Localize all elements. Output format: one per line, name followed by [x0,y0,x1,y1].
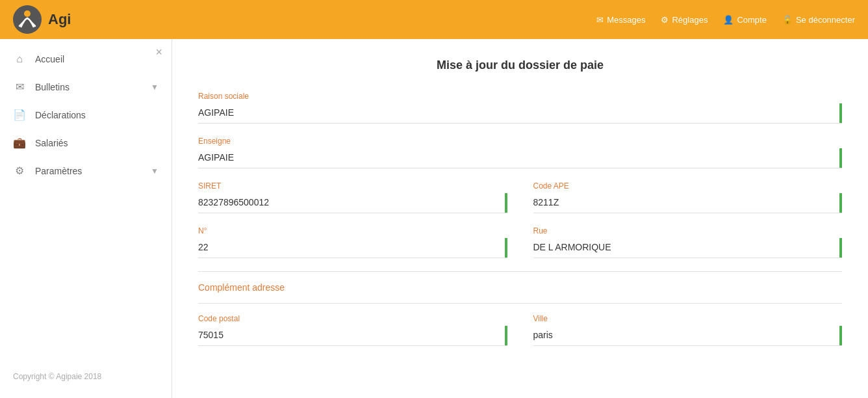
sidebar-item-declarations[interactable]: 📄 Déclarations [0,101,172,129]
ville-label: Ville [533,314,843,323]
page-title: Mise à jour du dossier de paie [198,59,842,72]
logo-icon [13,5,42,34]
header: Agipaie ✉ Messages ⚙ Réglages 👤 Compte 🔓… [0,0,868,39]
code-ape-label: Code APE [533,181,843,191]
rue-label: Rue [533,226,843,235]
divider [198,271,842,272]
messages-icon: ✉ [596,15,604,25]
numero-field: N° 22 [198,226,507,258]
divider-2 [198,303,842,304]
sidebar-close-button[interactable]: × [155,46,162,59]
nav-reglages[interactable]: ⚙ Réglages [661,15,708,25]
svg-point-1 [24,10,31,17]
raison-sociale-field: Raison sociale AGIPAIE [198,92,842,124]
declarations-icon: 📄 [13,109,26,121]
siret-label: SIRET [198,181,507,191]
salaries-icon: 💼 [13,137,26,149]
code-postal-field: Code postal 75015 [198,314,507,346]
nav-messages[interactable]: ✉ Messages [596,15,645,25]
nav-compte[interactable]: 👤 Compte [723,15,767,25]
nav-messages-label: Messages [607,15,645,25]
sidebar-item-accueil-label: Accueil [35,54,64,64]
numero-rue-row: N° 22 Rue DE L ARMORIQUE [198,226,842,258]
home-icon: ⌂ [13,53,26,65]
nav-deconnecter-label: Se déconnecter [796,15,855,25]
header-nav: ✉ Messages ⚙ Réglages 👤 Compte 🔓 Se déco… [596,15,855,25]
numero-value[interactable]: 22 [198,238,507,258]
rue-field: Rue DE L ARMORIQUE [533,226,843,258]
enseigne-label: Enseigne [198,137,842,146]
complement-adresse-label: Complément adresse [198,282,842,293]
code-postal-label: Code postal [198,314,507,323]
layout: × ⌂ Accueil ✉ Bulletins ▼ 📄 Déclarations… [0,39,868,398]
siret-field: SIRET 82327896500012 [198,181,507,213]
raison-sociale-label: Raison sociale [198,92,842,101]
chevron-down-icon: ▼ [151,83,159,92]
copyright-text: Copyright © Agipaie 2018 [13,372,101,381]
sidebar-item-accueil[interactable]: ⌂ Accueil [0,46,172,73]
code-ape-field: Code APE 8211Z [533,181,843,213]
raison-sociale-value[interactable]: AGIPAIE [198,103,842,124]
enseigne-field: Enseigne AGIPAIE [198,137,842,168]
bulletins-icon: ✉ [13,81,26,93]
siret-ape-row: SIRET 82327896500012 Code APE 8211Z [198,181,842,213]
nav-deconnecter[interactable]: 🔓 Se déconnecter [782,15,855,25]
logo: Agipaie [13,5,99,34]
siret-value[interactable]: 82327896500012 [198,193,507,213]
sidebar-item-bulletins-label: Bulletins [35,82,70,92]
sidebar-item-parametres-label: Paramètres [35,166,82,176]
compte-icon: 👤 [723,15,734,25]
nav-reglages-label: Réglages [672,15,708,25]
main-content: Mise à jour du dossier de paie Raison so… [172,39,868,398]
code-ape-value[interactable]: 8211Z [533,193,843,213]
sidebar-item-salaries[interactable]: 💼 Salariés [0,129,172,157]
logo-text: Agipaie [48,11,99,28]
ville-field: Ville paris [533,314,843,346]
deconnecter-icon: 🔓 [782,15,793,25]
enseigne-value[interactable]: AGIPAIE [198,148,842,168]
rue-value[interactable]: DE L ARMORIQUE [533,238,843,258]
parametres-icon: ⚙ [13,165,26,177]
sidebar: × ⌂ Accueil ✉ Bulletins ▼ 📄 Déclarations… [0,39,172,398]
reglages-icon: ⚙ [661,15,669,25]
sidebar-item-declarations-label: Déclarations [35,110,86,120]
sidebar-item-bulletins[interactable]: ✉ Bulletins ▼ [0,73,172,101]
chevron-down-icon-2: ▼ [151,166,159,176]
sidebar-footer: Copyright © Agipaie 2018 [0,362,172,391]
nav-compte-label: Compte [737,15,767,25]
sidebar-item-parametres[interactable]: ⚙ Paramètres ▼ [0,157,172,185]
sidebar-item-salaries-label: Salariés [35,138,68,148]
numero-label: N° [198,226,507,235]
code-postal-value[interactable]: 75015 [198,326,507,346]
postal-ville-row: Code postal 75015 Ville paris [198,314,842,346]
ville-value[interactable]: paris [533,326,843,346]
